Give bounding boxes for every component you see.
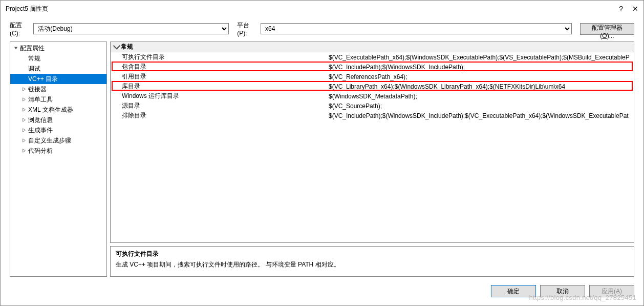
tree-item[interactable]: VC++ 目录 bbox=[10, 74, 106, 84]
chevron-down-icon bbox=[13, 46, 18, 50]
grid-row-label: 排除目录 bbox=[111, 111, 326, 120]
tree-item-label: 自定义生成步骤 bbox=[28, 136, 71, 145]
config-select[interactable]: 活动(Debug) bbox=[33, 23, 229, 34]
grid-row[interactable]: Windows 运行库目录$(WindowsSDK_MetadataPath); bbox=[111, 91, 634, 101]
config-manager-button[interactable]: 配置管理器(O)... bbox=[580, 23, 634, 35]
tree-item[interactable]: 浏览信息 bbox=[10, 115, 106, 125]
tree-item-label: 浏览信息 bbox=[28, 116, 53, 125]
grid-row[interactable]: 可执行文件目录$(VC_ExecutablePath_x64);$(Window… bbox=[111, 52, 634, 62]
cancel-button[interactable]: 取消 bbox=[540, 285, 585, 297]
tree-item-label: 常规 bbox=[28, 54, 40, 63]
tree-item-label: 配置属性 bbox=[20, 44, 45, 53]
chevron-right-icon bbox=[22, 149, 27, 153]
platform-label: 平台(P): bbox=[237, 21, 256, 37]
grid-row[interactable]: 库目录$(VC_LibraryPath_x64);$(WindowsSDK_Li… bbox=[111, 81, 634, 91]
body: 配置属性常规调试VC++ 目录链接器清单工具XML 文档生成器浏览信息生成事件自… bbox=[1, 42, 643, 282]
grid-row[interactable]: 源目录$(VC_SourcePath); bbox=[111, 101, 634, 111]
tree-item[interactable]: 常规 bbox=[10, 53, 106, 64]
ok-button[interactable]: 确定 bbox=[491, 285, 536, 297]
toolbar: 配置(C): 活动(Debug) 平台(P): x64 配置管理器(O)... bbox=[1, 21, 643, 36]
grid-row-label: 库目录 bbox=[111, 82, 326, 91]
apply-button[interactable]: 应用(A) bbox=[589, 285, 634, 297]
chevron-right-icon bbox=[22, 97, 27, 101]
tree-item-label: 调试 bbox=[28, 65, 40, 73]
grid-row-label: Windows 运行库目录 bbox=[111, 92, 326, 100]
help-icon[interactable]: ? bbox=[619, 5, 623, 13]
property-page-window: Project5 属性页 ? ✕ 配置(C): 活动(Debug) 平台(P):… bbox=[0, 0, 644, 306]
main-panel: 常规 可执行文件目录$(VC_ExecutablePath_x64);$(Win… bbox=[110, 42, 634, 277]
tree-item[interactable]: 代码分析 bbox=[10, 146, 106, 156]
tree-item[interactable]: 自定义生成步骤 bbox=[10, 135, 106, 146]
grid-row-label: 引用目录 bbox=[111, 72, 326, 81]
grid-row-value: $(VC_IncludePath);$(WindowsSDK_IncludePa… bbox=[326, 64, 634, 71]
tree-item[interactable]: 调试 bbox=[10, 64, 106, 74]
grid-row-value: $(VC_ReferencesPath_x64); bbox=[326, 73, 634, 80]
platform-select[interactable]: x64 bbox=[261, 23, 572, 34]
tree-item[interactable]: XML 文档生成器 bbox=[10, 105, 106, 115]
grid-row-value: $(VC_SourcePath); bbox=[326, 103, 634, 110]
titlebar: Project5 属性页 ? ✕ bbox=[1, 1, 643, 17]
chevron-down-icon bbox=[113, 43, 121, 51]
chevron-right-icon bbox=[22, 138, 27, 142]
chevron-right-icon bbox=[22, 128, 27, 132]
grid-row-label: 包含目录 bbox=[111, 63, 326, 71]
config-label: 配置(C): bbox=[10, 21, 29, 37]
grid-row[interactable]: 排除目录$(VC_IncludePath);$(WindowsSDK_Inclu… bbox=[111, 111, 634, 120]
description-title: 可执行文件目录 bbox=[116, 250, 629, 258]
description-panel: 可执行文件目录 生成 VC++ 项目期间，搜索可执行文件时使用的路径。 与环境变… bbox=[110, 246, 634, 277]
grid-row-value: $(WindowsSDK_MetadataPath); bbox=[326, 93, 634, 100]
grid-row[interactable]: 包含目录$(VC_IncludePath);$(WindowsSDK_Inclu… bbox=[111, 62, 634, 72]
tree-item-label: 链接器 bbox=[28, 85, 47, 94]
description-text: 生成 VC++ 项目期间，搜索可执行文件时使用的路径。 与环境变量 PATH 相… bbox=[116, 260, 629, 269]
tree-item-label: 生成事件 bbox=[28, 126, 53, 135]
grid-row-value: $(VC_LibraryPath_x64);$(WindowsSDK_Libra… bbox=[326, 83, 634, 90]
grid-row-label: 可执行文件目录 bbox=[111, 53, 326, 62]
tree-item[interactable]: 配置属性 bbox=[10, 43, 106, 53]
grid-row-value: $(VC_IncludePath);$(WindowsSDK_IncludePa… bbox=[326, 112, 634, 119]
tree-item[interactable]: 链接器 bbox=[10, 84, 106, 94]
tree-item-label: XML 文档生成器 bbox=[28, 106, 73, 114]
grid-section-header[interactable]: 常规 bbox=[111, 42, 634, 52]
tree-item[interactable]: 清单工具 bbox=[10, 94, 106, 105]
footer: 确定 取消 应用(A) bbox=[1, 282, 643, 305]
tree-item[interactable]: 生成事件 bbox=[10, 125, 106, 135]
chevron-right-icon bbox=[22, 87, 27, 91]
grid-row-label: 源目录 bbox=[111, 101, 326, 110]
tree-item-label: VC++ 目录 bbox=[28, 75, 58, 84]
window-title: Project5 属性页 bbox=[6, 5, 48, 13]
tree-item-label: 代码分析 bbox=[28, 147, 53, 155]
grid-section-title: 常规 bbox=[121, 43, 133, 51]
tree-view[interactable]: 配置属性常规调试VC++ 目录链接器清单工具XML 文档生成器浏览信息生成事件自… bbox=[10, 42, 107, 277]
property-grid: 常规 可执行文件目录$(VC_ExecutablePath_x64);$(Win… bbox=[110, 42, 634, 243]
grid-row-value: $(VC_ExecutablePath_x64);$(WindowsSDK_Ex… bbox=[326, 54, 634, 61]
chevron-right-icon bbox=[22, 108, 27, 112]
chevron-right-icon bbox=[22, 118, 27, 122]
close-icon[interactable]: ✕ bbox=[632, 5, 638, 13]
tree-item-label: 清单工具 bbox=[28, 95, 53, 104]
grid-row[interactable]: 引用目录$(VC_ReferencesPath_x64); bbox=[111, 72, 634, 81]
